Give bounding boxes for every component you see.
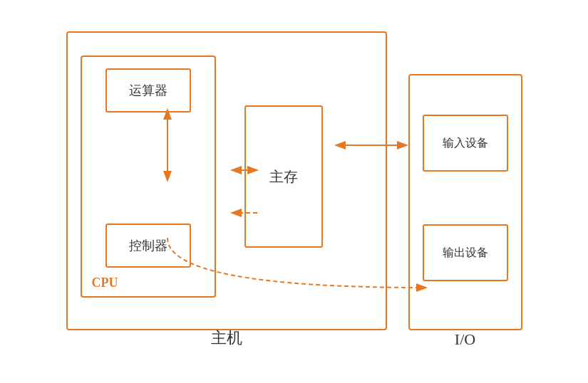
- output-device-label: 输出设备: [443, 246, 488, 261]
- io-box: 输入设备 输出设备 I/O: [408, 74, 522, 330]
- input-device-label: 输入设备: [443, 136, 488, 151]
- input-device-box: 输入设备: [423, 115, 508, 172]
- memory-box: 主存: [244, 105, 323, 248]
- cpu-box: 运算器 控制器 CPU: [81, 56, 216, 298]
- controller-label: 控制器: [129, 237, 167, 254]
- host-box: 运算器 控制器 CPU 主存 主机: [66, 31, 387, 330]
- host-label: 主机: [211, 327, 242, 349]
- cpu-label: CPU: [92, 276, 118, 290]
- memory-label: 主存: [269, 167, 298, 187]
- alu-box: 运算器: [105, 68, 191, 112]
- alu-label: 运算器: [129, 82, 167, 99]
- diagram-container: 运算器 控制器 CPU 主存 主机 输入设备 输出设备 I/O: [66, 31, 522, 352]
- io-label: I/O: [455, 330, 475, 349]
- controller-box: 控制器: [105, 224, 191, 268]
- output-device-box: 输出设备: [423, 224, 508, 281]
